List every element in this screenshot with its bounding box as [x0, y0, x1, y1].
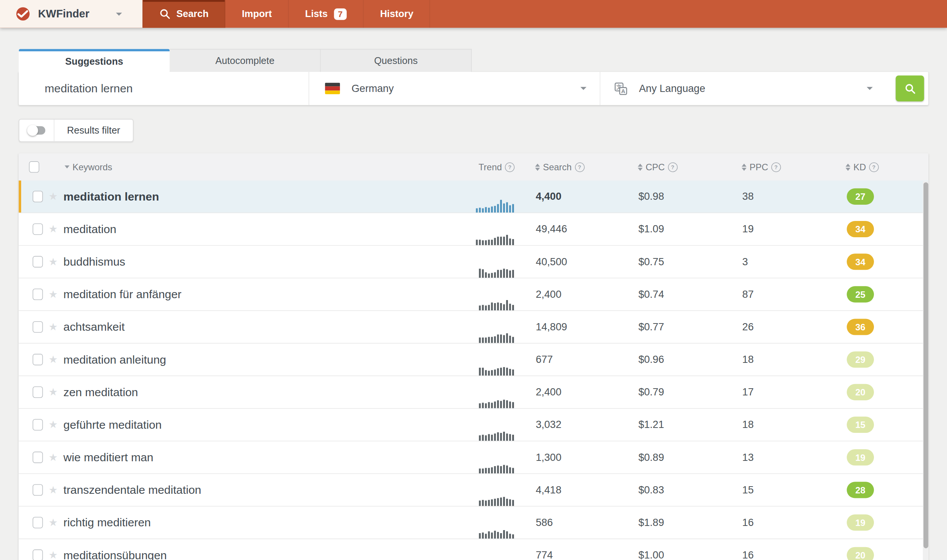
- star-icon[interactable]: [48, 485, 58, 495]
- trend-cell: [469, 180, 529, 213]
- column-header-search[interactable]: Search: [529, 162, 632, 172]
- tab-suggestions[interactable]: Suggestions: [19, 49, 170, 72]
- row-checkbox[interactable]: [33, 223, 43, 235]
- table-row[interactable]: geführte meditation3,032$1.211815: [19, 409, 928, 441]
- star-cell: [43, 191, 63, 202]
- column-header-kd[interactable]: KD: [840, 162, 928, 172]
- row-checkbox[interactable]: [33, 452, 43, 463]
- row-checkbox[interactable]: [33, 386, 43, 398]
- row-checkbox[interactable]: [33, 289, 43, 300]
- kd-badge[interactable]: 19: [847, 449, 874, 465]
- kd-badge[interactable]: 25: [847, 286, 874, 302]
- help-icon[interactable]: [575, 162, 584, 172]
- trend-cell: [469, 474, 529, 506]
- kd-badge[interactable]: 20: [847, 547, 874, 560]
- column-header-keywords[interactable]: Keywords: [64, 162, 469, 172]
- help-icon[interactable]: [505, 162, 515, 172]
- nav-item-label: Import: [242, 8, 272, 19]
- table-row[interactable]: meditation49,446$1.091934: [19, 213, 928, 246]
- scrollbar-thumb[interactable]: [923, 182, 928, 548]
- ppc-value: 38: [736, 190, 840, 202]
- row-checkbox[interactable]: [33, 321, 43, 333]
- kd-cell: 29: [840, 352, 928, 368]
- help-icon[interactable]: [771, 162, 781, 172]
- star-icon[interactable]: [48, 518, 58, 528]
- kd-badge[interactable]: 28: [847, 482, 874, 498]
- row-checkbox[interactable]: [33, 549, 43, 560]
- help-icon[interactable]: [668, 162, 678, 172]
- row-checkbox[interactable]: [33, 354, 43, 365]
- row-checkbox[interactable]: [33, 484, 43, 496]
- select-all-checkbox[interactable]: [29, 161, 39, 173]
- star-icon[interactable]: [48, 452, 58, 462]
- star-icon[interactable]: [48, 257, 58, 267]
- nav-item-import[interactable]: Import: [226, 0, 289, 28]
- ppc-value: 17: [736, 386, 840, 398]
- star-icon[interactable]: [48, 355, 58, 365]
- nav-item-history[interactable]: History: [364, 0, 430, 28]
- help-icon[interactable]: [869, 162, 879, 172]
- table-row[interactable]: meditation lernen4,400$0.983827: [19, 180, 928, 213]
- nav-item-search[interactable]: Search: [143, 0, 226, 28]
- kd-badge[interactable]: 19: [847, 515, 874, 531]
- search-submit-button[interactable]: [896, 75, 924, 101]
- kd-badge[interactable]: 27: [847, 188, 874, 205]
- kd-badge[interactable]: 34: [847, 254, 874, 270]
- trend-sparkline: [479, 333, 514, 343]
- table-row[interactable]: achtsamkeit14,809$0.772636: [19, 311, 928, 344]
- star-icon[interactable]: [48, 224, 58, 234]
- search-volume: 2,400: [529, 288, 632, 300]
- column-header-ppc[interactable]: PPC: [736, 162, 840, 172]
- column-header-trend[interactable]: Trend: [469, 162, 529, 172]
- row-checkbox[interactable]: [33, 517, 43, 528]
- trend-cell: [469, 344, 529, 376]
- kd-badge[interactable]: 15: [847, 417, 874, 433]
- keyword-text: geführte meditation: [64, 418, 162, 431]
- cpc-value: $1.00: [632, 549, 735, 560]
- row-checkbox[interactable]: [33, 419, 43, 430]
- table-row[interactable]: transzendentale meditation4,418$0.831528: [19, 474, 928, 507]
- table-row[interactable]: meditation für anfänger2,400$0.748725: [19, 278, 928, 311]
- keyword-cell: achtsamkeit: [64, 320, 469, 334]
- language-select[interactable]: 文 A Any Language: [600, 72, 928, 105]
- column-header-cpc[interactable]: CPC: [632, 162, 735, 172]
- cpc-value: $0.74: [632, 288, 735, 300]
- keyword-cell: meditation lernen: [64, 190, 469, 203]
- nav-item-lists[interactable]: Lists 7: [289, 0, 364, 28]
- table-header: Keywords Trend Search CPC PPC: [19, 153, 928, 180]
- keyword-input[interactable]: [44, 81, 309, 96]
- results-filter-toggle[interactable]: [19, 120, 55, 141]
- star-icon[interactable]: [48, 322, 58, 332]
- cpc-value: $1.09: [632, 223, 735, 235]
- kd-cell: 34: [840, 221, 928, 237]
- table-row[interactable]: meditation anleitung677$0.961829: [19, 344, 928, 376]
- star-icon[interactable]: [48, 420, 58, 430]
- star-icon[interactable]: [48, 550, 58, 560]
- table-row[interactable]: zen meditation2,400$0.791720: [19, 376, 928, 409]
- table-row[interactable]: richtig meditieren586$1.891619: [19, 507, 928, 539]
- star-cell: [43, 322, 63, 332]
- kd-badge[interactable]: 36: [847, 319, 874, 335]
- kd-badge[interactable]: 34: [847, 221, 874, 237]
- search-volume: 49,446: [529, 223, 632, 235]
- kd-badge[interactable]: 20: [847, 384, 874, 400]
- trend-cell: [469, 441, 529, 473]
- scrollbar-track[interactable]: [923, 181, 928, 560]
- star-icon[interactable]: [48, 191, 58, 202]
- kd-badge[interactable]: 29: [847, 352, 874, 368]
- table-row[interactable]: meditationsübungen774$1.001620: [19, 539, 928, 560]
- row-checkbox[interactable]: [33, 256, 43, 268]
- row-checkbox[interactable]: [33, 191, 43, 202]
- trend-sparkline: [479, 497, 514, 506]
- ppc-value: 16: [736, 516, 840, 529]
- table-row[interactable]: buddhismus40,500$0.75334: [19, 246, 928, 278]
- star-icon[interactable]: [48, 289, 58, 299]
- country-select[interactable]: Germany: [309, 72, 600, 105]
- brand[interactable]: KWFinder: [0, 0, 143, 28]
- tab-questions[interactable]: Questions: [321, 49, 472, 72]
- table-row[interactable]: wie meditiert man1,300$0.891319: [19, 441, 928, 474]
- star-icon[interactable]: [48, 387, 58, 397]
- trend-cell: [469, 409, 529, 441]
- search-volume: 586: [529, 516, 632, 529]
- tab-autocomplete[interactable]: Autocomplete: [170, 49, 321, 72]
